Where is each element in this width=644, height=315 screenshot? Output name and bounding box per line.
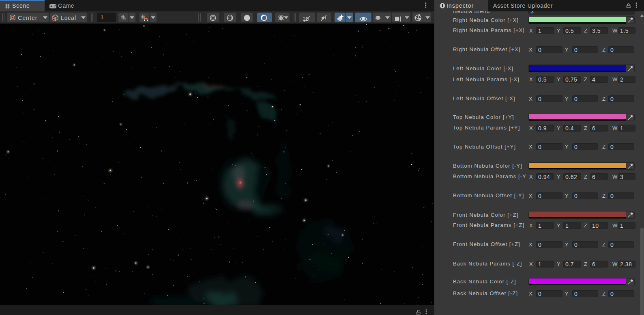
svg-text:2D: 2D xyxy=(303,16,309,22)
svg-text:Y: Y xyxy=(124,17,127,21)
